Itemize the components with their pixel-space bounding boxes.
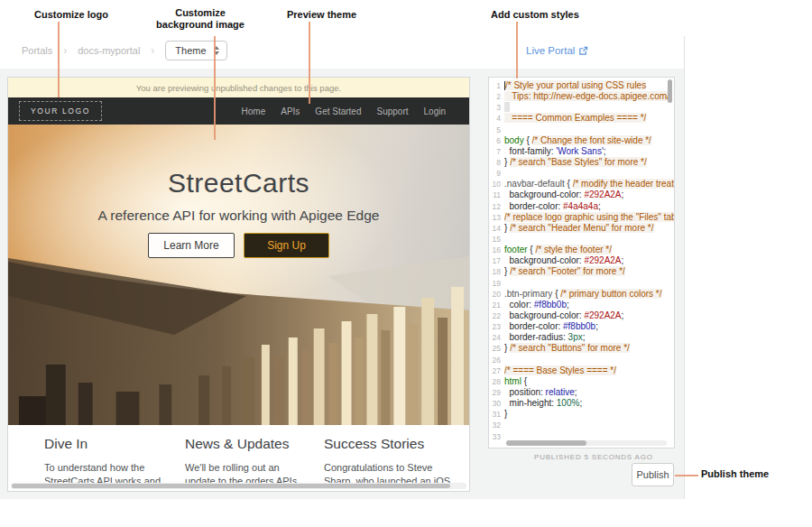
portal-section: Success StoriesCongratulations to SteveS… [324, 436, 450, 488]
line-number: 32 [489, 420, 504, 430]
code-line[interactable]: 23 border-color: #f8bb0b; [489, 321, 674, 332]
annotation-preview-theme: Preview theme [287, 9, 356, 20]
annotation-customize-logo: Customize logo [34, 9, 108, 20]
code-line[interactable]: 19 [489, 278, 674, 289]
code-line[interactable]: 14} /* search "Header Menu" for more */ [489, 223, 674, 234]
line-number: 11 [489, 190, 504, 200]
annotation-customize-background: Customize background image [137, 7, 263, 31]
portal-title: StreetCarts [8, 168, 469, 199]
theme-select[interactable]: Theme [165, 41, 226, 60]
banner-text: You are previewing unpublished changes t… [136, 83, 341, 93]
portal-logo-placeholder[interactable]: YOUR LOGO [19, 101, 102, 121]
code-line[interactable]: 3 [489, 102, 674, 113]
portal-nav-link[interactable]: Login [424, 106, 446, 116]
code-line[interactable]: 7 font-family: 'Work Sans'; [489, 146, 674, 157]
code-line[interactable]: 27/* ==== Base Styles ==== */ [489, 365, 674, 376]
code-line[interactable]: 8} /* search "Base Styles" for more */ [489, 157, 674, 168]
line-number: 1 [489, 80, 504, 91]
code-line[interactable]: 9 [489, 168, 674, 179]
portal-section-heading: News & Updates [185, 436, 297, 452]
portal-nav-links: HomeAPIsGet StartedSupportLogin [242, 106, 446, 116]
code-line[interactable]: 2 Tips: http://new-edge-docs.apigee.com/ [489, 91, 674, 102]
code-line[interactable]: 16footer { /* style the footer */ [489, 245, 674, 255]
line-number: 25 [489, 343, 504, 354]
portal-nav-link[interactable]: APIs [281, 106, 300, 116]
line-number: 33 [489, 431, 504, 442]
sign-up-button[interactable]: Sign Up [244, 233, 329, 258]
publish-button[interactable]: Publish [632, 463, 674, 486]
code-line[interactable]: 17 background-color: #292A2A; [489, 255, 674, 266]
code-line[interactable]: 5 [489, 125, 674, 135]
css-code-editor[interactable]: 1/* Style your portal using CSS rules2 T… [488, 77, 675, 448]
preview-scrollbar-thumb[interactable] [12, 484, 450, 488]
code-line[interactable]: 32 [489, 420, 674, 430]
editor-scrollbar-thumb[interactable] [506, 440, 586, 446]
code-line[interactable]: 24 border-radius: 3px; [489, 332, 674, 343]
code-line[interactable]: 25} /* search "Buttons" for more */ [489, 343, 674, 354]
breadcrumb-separator-icon: › [151, 44, 154, 57]
code-line[interactable]: 31} [489, 409, 674, 420]
external-link-icon [578, 46, 588, 56]
code-line[interactable]: 20.btn-primary { /* primary button color… [489, 289, 674, 300]
line-number: 7 [489, 146, 504, 157]
line-number: 28 [489, 376, 504, 387]
code-line[interactable]: 26 [489, 355, 674, 365]
annotation-publish-theme: Publish theme [701, 468, 769, 479]
annotation-customize-background-line2: background image [137, 19, 263, 31]
preview-horizontal-scrollbar[interactable] [11, 483, 466, 489]
portal-section: Dive InTo understand how theStreetCarts … [44, 436, 161, 488]
city-skyline-image [8, 231, 469, 425]
portal-nav-link[interactable]: Get Started [315, 106, 361, 116]
code-line[interactable]: 6body { /* Change the font site-wide */ [489, 135, 674, 146]
code-line[interactable]: 4 ==== Common Examples ==== */ [489, 113, 674, 124]
editor-horizontal-scrollbar[interactable] [506, 440, 667, 446]
learn-more-button[interactable]: Learn More [148, 233, 235, 258]
line-number: 17 [489, 255, 504, 266]
code-line[interactable]: 13/* replace logo graphic using the "Fil… [489, 212, 674, 223]
portal-hero: StreetCarts A reference API for working … [8, 125, 469, 425]
line-number: 14 [489, 223, 504, 234]
breadcrumb-portal-name[interactable]: docs-myportal [78, 45, 140, 56]
portal-navbar: YOUR LOGO HomeAPIsGet StartedSupportLogi… [8, 97, 469, 125]
editor-vertical-scrollbar-thumb[interactable] [668, 79, 672, 103]
callout-line-background [214, 36, 216, 140]
code-line[interactable]: 29 position: relative; [489, 387, 674, 398]
callout-line-publish [675, 475, 698, 476]
callout-line-logo [58, 22, 60, 97]
code-line[interactable]: 28html { [489, 376, 674, 387]
code-line[interactable]: 18} /* search "Footer" for more */ [489, 266, 674, 277]
line-number: 5 [489, 125, 504, 135]
portal-nav-link[interactable]: Support [377, 106, 409, 116]
line-number: 27 [489, 365, 504, 376]
code-line[interactable]: 30 min-height: 100%; [489, 398, 674, 409]
portal-preview-pane[interactable]: You are previewing unpublished changes t… [7, 77, 470, 492]
breadcrumb: Portals › docs-myportal › Theme [22, 40, 227, 61]
portal-section-heading: Dive In [44, 436, 161, 452]
line-number: 22 [489, 310, 504, 321]
code-lines[interactable]: 1/* Style your portal using CSS rules2 T… [489, 80, 674, 442]
code-line[interactable]: 11 background-color: #292A2A; [489, 190, 674, 200]
line-number: 2 [489, 91, 504, 102]
panel-divider [684, 36, 685, 499]
callout-line-preview [309, 22, 310, 104]
line-number: 4 [489, 113, 504, 124]
portal-nav-link[interactable]: Home [242, 106, 266, 116]
line-number: 13 [489, 212, 504, 223]
live-portal-link[interactable]: Live Portal [526, 45, 588, 56]
code-line[interactable]: 1/* Style your portal using CSS rules [489, 80, 674, 91]
code-line[interactable]: 10.navbar-default { /* modify the header… [489, 179, 674, 190]
breadcrumb-portals[interactable]: Portals [22, 45, 52, 56]
portal-section: News & UpdatesWe'll be rolling out anupd… [185, 436, 297, 488]
line-number: 31 [489, 409, 504, 420]
line-number: 9 [489, 168, 504, 179]
line-number: 16 [489, 245, 504, 255]
line-number: 30 [489, 398, 504, 409]
published-status: PUBLISHED 5 SECONDS AGO [534, 453, 653, 461]
annotation-add-custom-styles: Add custom styles [491, 9, 579, 20]
hero-buttons: Learn More Sign Up [8, 233, 469, 258]
code-line[interactable]: 21 color: #f8bb0b; [489, 300, 674, 310]
code-line[interactable]: 22 background-color: #292A2A; [489, 310, 674, 321]
line-number: 12 [489, 201, 504, 212]
code-line[interactable]: 15 [489, 234, 674, 245]
code-line[interactable]: 12 border-color: #4a4a4a; [489, 201, 674, 212]
